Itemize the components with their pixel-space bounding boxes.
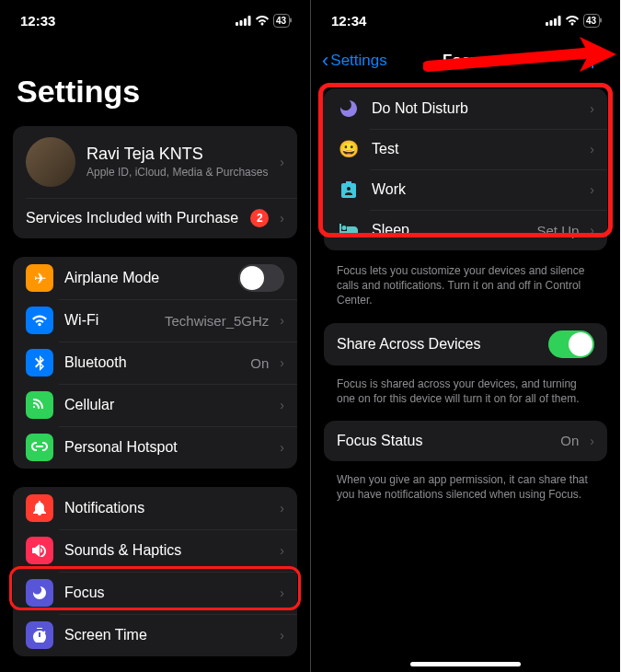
focus-status-row[interactable]: Focus Status On ›	[324, 421, 607, 461]
status-right: 43	[236, 14, 290, 28]
bluetooth-value: On	[250, 355, 269, 371]
chevron-right-icon: ›	[280, 398, 284, 412]
hotspot-icon	[26, 434, 53, 461]
chevron-right-icon: ›	[280, 355, 284, 370]
apple-id-sub: Apple ID, iCloud, Media & Purchases	[86, 166, 269, 180]
focus-scroll[interactable]: Do Not Disturb › 😀 Test › Work ›	[311, 81, 620, 672]
airplane-label: Airplane Mode	[64, 270, 227, 286]
screentime-label: Screen Time	[64, 627, 269, 643]
bluetooth-row[interactable]: Bluetooth On ›	[13, 342, 297, 384]
moon-icon	[337, 100, 361, 117]
add-focus-button[interactable]: ＋	[576, 43, 609, 78]
airplane-icon: ✈︎	[26, 264, 53, 292]
notifications-label: Notifications	[64, 500, 269, 516]
sleep-row[interactable]: Sleep Set Up ›	[324, 210, 607, 250]
sleep-value: Set Up	[536, 223, 579, 238]
chevron-right-icon: ›	[280, 155, 284, 169]
bluetooth-label: Bluetooth	[64, 354, 239, 371]
phone-settings-root: 12:33 43 Settings Ravi Teja KNTS Apple I…	[0, 0, 310, 672]
focus-status-label: Focus Status	[337, 433, 549, 449]
network-group: ✈︎ Airplane Mode Wi-Fi Techwiser_5GHz › …	[13, 257, 297, 469]
hotspot-row[interactable]: Personal Hotspot ›	[13, 426, 297, 469]
wifi-icon	[26, 307, 53, 334]
status-time: 12:33	[20, 13, 55, 29]
notifications-row[interactable]: Notifications ›	[13, 487, 297, 529]
chevron-right-icon: ›	[280, 313, 284, 328]
wifi-icon	[255, 15, 270, 26]
status-time: 12:34	[331, 13, 366, 29]
navbar: ‹ Settings Focus ＋	[311, 41, 620, 81]
chevron-right-icon: ›	[590, 182, 594, 197]
focus-footer1: Focus lets you customize your devices an…	[324, 258, 607, 323]
status-right: 43	[546, 14, 600, 28]
chevron-right-icon: ›	[590, 101, 594, 116]
focus-list-wrapper: Do Not Disturb › 😀 Test › Work ›	[324, 88, 607, 250]
prefs-group: Notifications › Sounds & Haptics › Focus…	[13, 487, 297, 656]
wifi-icon	[565, 15, 580, 26]
focus-row[interactable]: Focus ›	[13, 572, 297, 614]
back-button[interactable]: ‹ Settings	[322, 49, 387, 73]
page-title: Settings	[0, 41, 310, 126]
test-row[interactable]: 😀 Test ›	[324, 129, 607, 169]
cellular-signal-icon	[236, 16, 251, 26]
test-label: Test	[372, 141, 579, 157]
apple-id-row[interactable]: Ravi Teja KNTS Apple ID, iCloud, Media &…	[13, 126, 297, 198]
badge-id-icon	[337, 181, 361, 198]
chevron-left-icon: ‹	[322, 49, 328, 73]
share-toggle[interactable]	[548, 330, 594, 358]
focus-label: Focus	[64, 585, 269, 601]
chevron-right-icon: ›	[590, 223, 594, 238]
focus-status-group: Focus Status On ›	[324, 421, 607, 461]
settings-scroll[interactable]: Ravi Teja KNTS Apple ID, iCloud, Media &…	[0, 126, 310, 672]
share-row[interactable]: Share Across Devices	[324, 323, 607, 365]
work-label: Work	[372, 181, 579, 198]
work-row[interactable]: Work ›	[324, 169, 607, 210]
svg-rect-2	[244, 18, 247, 26]
chevron-right-icon: ›	[280, 543, 284, 558]
bed-icon	[337, 224, 361, 237]
battery-icon: 43	[273, 14, 290, 28]
share-label: Share Across Devices	[337, 336, 537, 353]
sounds-row[interactable]: Sounds & Haptics ›	[13, 529, 297, 572]
focus-list-group: Do Not Disturb › 😀 Test › Work ›	[324, 88, 607, 250]
phone-focus-settings: 12:34 43 ‹ Settings Focus ＋	[310, 0, 620, 672]
svg-rect-3	[247, 16, 250, 26]
home-indicator	[410, 662, 521, 666]
sleep-label: Sleep	[372, 222, 525, 238]
dnd-label: Do Not Disturb	[372, 100, 579, 117]
chevron-right-icon: ›	[280, 211, 284, 226]
avatar	[26, 137, 75, 187]
cellular-label: Cellular	[64, 397, 269, 413]
cellular-row[interactable]: Cellular ›	[13, 384, 297, 426]
prefs-wrapper: Notifications › Sounds & Haptics › Focus…	[13, 487, 297, 656]
cellular-signal-icon	[546, 16, 561, 26]
screentime-icon	[26, 621, 53, 649]
dnd-row[interactable]: Do Not Disturb ›	[324, 88, 607, 129]
wifi-label: Wi-Fi	[64, 312, 154, 329]
airplane-toggle[interactable]	[238, 264, 284, 292]
chevron-right-icon: ›	[280, 628, 284, 643]
wifi-value: Techwiser_5GHz	[165, 313, 269, 329]
chevron-right-icon: ›	[280, 585, 284, 600]
status-bar: 12:33 43	[0, 0, 310, 41]
wifi-row[interactable]: Wi-Fi Techwiser_5GHz ›	[13, 299, 297, 342]
services-row[interactable]: Services Included with Purchase 2 ›	[13, 198, 297, 238]
battery-level: 43	[586, 16, 596, 26]
battery-level: 43	[276, 16, 286, 26]
svg-rect-11	[558, 16, 560, 26]
svg-rect-9	[549, 20, 552, 26]
apple-id-name: Ravi Teja KNTS	[86, 145, 269, 164]
chevron-right-icon: ›	[590, 142, 594, 156]
back-label: Settings	[330, 52, 386, 70]
apple-id-group: Ravi Teja KNTS Apple ID, iCloud, Media &…	[13, 126, 297, 238]
focus-moon-icon	[26, 579, 53, 607]
airplane-row[interactable]: ✈︎ Airplane Mode	[13, 257, 297, 299]
svg-rect-1	[239, 20, 242, 26]
sounds-label: Sounds & Haptics	[64, 542, 269, 559]
screentime-row[interactable]: Screen Time ›	[13, 614, 297, 656]
services-badge: 2	[250, 209, 269, 227]
chevron-right-icon: ›	[280, 501, 284, 516]
sounds-icon	[26, 537, 53, 564]
svg-rect-8	[546, 22, 548, 26]
svg-rect-0	[236, 22, 238, 26]
